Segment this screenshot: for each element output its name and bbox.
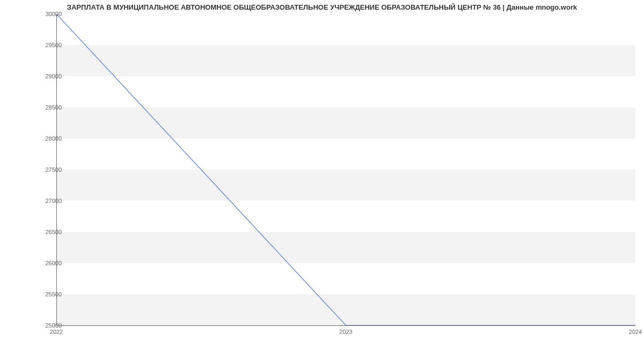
chart-title: ЗАРПЛАТА В МУНИЦИПАЛЬНОЕ АВТОНОМНОЕ ОБЩЕ… xyxy=(0,3,644,11)
plot-area xyxy=(56,14,635,325)
x-axis xyxy=(56,325,635,326)
x-tick-label: 2023 xyxy=(339,329,352,335)
y-axis xyxy=(56,14,57,325)
x-tick-label: 2024 xyxy=(629,329,642,335)
data-series xyxy=(56,14,635,325)
x-tick-label: 2022 xyxy=(50,329,63,335)
